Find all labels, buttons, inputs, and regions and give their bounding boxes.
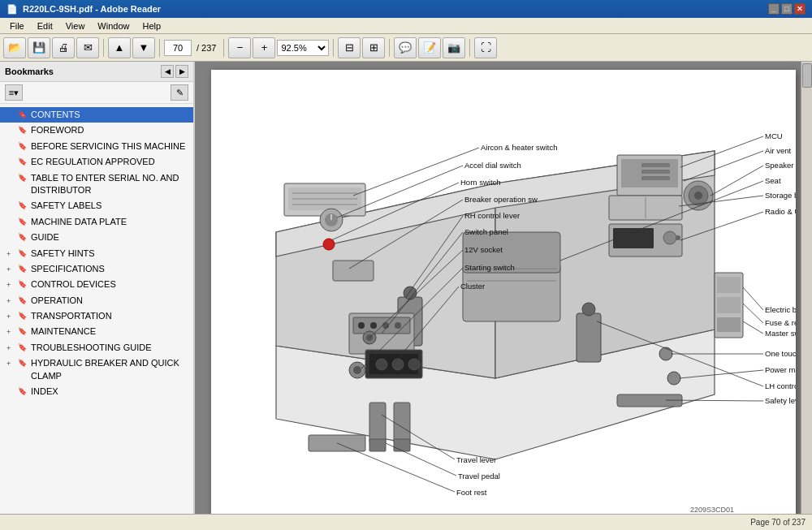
tree-expand-safety-hints: +: [6, 248, 18, 260]
sidebar-item-label-control-devices: CONTROL DEVICES: [29, 278, 190, 291]
svg-point-63: [323, 239, 335, 250]
sidebar-item-label-hydraulic: HYDRAULIC BREAKER AND QUICK CLAMP: [29, 357, 190, 382]
toolbar: 📂 💾 🖨 ✉ ▲ ▼ / 237 − + 92.5% 75% 100% 125…: [0, 34, 812, 62]
sidebar-item-safety-labels[interactable]: 🔖SAFETY LABELS: [0, 198, 193, 213]
sidebar-item-contents[interactable]: 🔖CONTENTS: [0, 107, 193, 123]
sidebar-item-safety-hints[interactable]: +🔖SAFETY HINTS: [0, 246, 193, 261]
sidebar-item-guide[interactable]: 🔖GUIDE: [0, 230, 193, 245]
sidebar-item-label-troubleshooting: TROUBLESHOOTING GUIDE: [29, 342, 190, 354]
svg-text:Safety lever: Safety lever: [765, 396, 796, 405]
scrollbar-v[interactable]: [801, 62, 812, 514]
menu-edit[interactable]: Edit: [31, 19, 59, 32]
fit-width-button[interactable]: ⊞: [362, 37, 385, 58]
sidebar-content[interactable]: 🔖CONTENTS🔖FOREWORD🔖BEFORE SERVICING THIS…: [0, 104, 193, 514]
bookmark-icon: 🔖: [18, 325, 29, 337]
sidebar-new-btn[interactable]: ✎: [171, 84, 188, 101]
svg-point-18: [395, 322, 401, 329]
bookmark-icon: 🔖: [18, 263, 29, 274]
svg-point-22: [392, 359, 404, 370]
menu-file[interactable]: File: [3, 19, 31, 32]
sidebar-item-foreword[interactable]: 🔖FOREWORD: [0, 123, 193, 138]
sidebar-item-index[interactable]: 🔖INDEX: [0, 384, 193, 399]
bookmark-icon: 🔖: [18, 156, 29, 167]
save-button[interactable]: 💾: [28, 37, 50, 58]
bookmark-icon: 🔖: [18, 357, 29, 368]
tree-expand-machine-data: [6, 216, 18, 218]
sidebar-item-label-safety-labels: SAFETY LABELS: [29, 200, 190, 212]
sidebar-item-control-devices[interactable]: +🔖CONTROL DEVICES: [0, 277, 193, 292]
svg-rect-27: [641, 170, 670, 174]
sidebar-item-operation[interactable]: +🔖OPERATION: [0, 293, 193, 308]
app-icon: 📄: [6, 4, 18, 15]
status-bar: Page 70 of 237: [0, 514, 812, 530]
svg-rect-44: [369, 439, 386, 451]
sidebar-item-label-guide: GUIDE: [29, 231, 190, 243]
menu-window[interactable]: Window: [91, 19, 136, 32]
menu-help[interactable]: Help: [136, 19, 167, 32]
sidebar: Bookmarks ◀ ▶ ≡▾ ✎ 🔖CONTENTS🔖FOREWORD🔖BE…: [0, 62, 195, 514]
print-button[interactable]: 🖨: [52, 37, 75, 58]
sidebar-item-machine-data[interactable]: 🔖MACHINE DATA PLATE: [0, 214, 193, 230]
fullscreen-button[interactable]: ⛶: [474, 37, 497, 58]
minimize-button[interactable]: _: [768, 3, 780, 15]
sidebar-item-label-specifications: SPECIFICATIONS: [29, 263, 190, 275]
prev-page-button[interactable]: ▲: [108, 37, 131, 58]
zoom-out-button[interactable]: −: [228, 37, 251, 58]
next-page-button[interactable]: ▼: [132, 37, 155, 58]
maximize-button[interactable]: □: [781, 3, 793, 15]
svg-rect-58: [617, 394, 682, 407]
sidebar-header: Bookmarks ◀ ▶: [0, 62, 193, 82]
sidebar-item-before-servicing[interactable]: 🔖BEFORE SERVICING THIS MACHINE: [0, 139, 193, 154]
svg-point-55: [353, 366, 361, 374]
sidebar-item-specifications[interactable]: +🔖SPECIFICATIONS: [0, 261, 193, 277]
svg-point-21: [376, 359, 387, 370]
svg-text:One touch decel switch: One touch decel switch: [765, 349, 796, 358]
open-button[interactable]: 📂: [3, 37, 26, 58]
zoom-in-button[interactable]: +: [253, 37, 275, 58]
sidebar-item-transportation[interactable]: +🔖TRANSPORTATION: [0, 308, 193, 324]
page-input[interactable]: [164, 40, 192, 56]
svg-text:Master switch: Master switch: [765, 329, 796, 338]
markup-button[interactable]: 📝: [418, 37, 441, 58]
tree-expand-specifications: +: [6, 263, 18, 275]
bookmark-icon: 🔖: [18, 109, 29, 120]
svg-text:Travel pedal: Travel pedal: [458, 472, 500, 480]
svg-rect-37: [717, 297, 741, 313]
tree-expand-troubleshooting: +: [6, 342, 18, 354]
sidebar-item-label-operation: OPERATION: [29, 295, 190, 307]
sidebar-item-maintenance[interactable]: +🔖MAINTENANCE: [0, 324, 193, 339]
sidebar-expand-btn[interactable]: ▶: [175, 65, 188, 78]
sidebar-item-label-machine-data: MACHINE DATA PLATE: [29, 216, 190, 228]
svg-text:12V socket: 12V socket: [464, 245, 503, 254]
email-button[interactable]: ✉: [76, 37, 99, 58]
tree-expand-foreword: [6, 124, 18, 126]
tree-expand-guide: [6, 231, 18, 233]
tree-expand-index: [6, 386, 18, 387]
comment-button[interactable]: 💬: [394, 37, 417, 58]
menu-bar: File Edit View Window Help: [0, 18, 812, 34]
sidebar-item-hydraulic[interactable]: +🔖HYDRAULIC BREAKER AND QUICK CLAMP: [0, 355, 193, 384]
svg-text:Horn switch: Horn switch: [460, 178, 501, 187]
sidebar-item-troubleshooting[interactable]: +🔖TROUBLESHOOTING GUIDE: [0, 340, 193, 355]
svg-text:Aircon & heater switch: Aircon & heater switch: [481, 143, 558, 152]
title-bar: 📄 R220LC-9SH.pdf - Adobe Reader _ □ ✕: [0, 0, 812, 18]
sidebar-item-label-foreword: FOREWORD: [29, 124, 190, 136]
snapshot-button[interactable]: 📷: [443, 37, 465, 58]
bookmark-icon: 🔖: [18, 295, 29, 306]
svg-rect-43: [394, 403, 410, 443]
fit-page-button[interactable]: ⊟: [338, 37, 361, 58]
svg-point-10: [404, 287, 417, 299]
sidebar-item-table-serial[interactable]: 🔖TABLE TO ENTER SERIAL NO. AND DISTRIBUT…: [0, 170, 193, 199]
sep1: [103, 39, 104, 57]
sidebar-collapse-btn[interactable]: ◀: [161, 65, 174, 78]
svg-text:Seat: Seat: [765, 176, 781, 185]
sidebar-options-btn[interactable]: ≡▾: [5, 84, 23, 101]
svg-text:Air vent: Air vent: [765, 146, 792, 155]
close-button[interactable]: ✕: [794, 3, 806, 15]
tree-expand-ec-regulation: [6, 156, 18, 157]
sidebar-item-label-safety-hints: SAFETY HINTS: [29, 248, 190, 260]
menu-view[interactable]: View: [59, 19, 92, 32]
tree-expand-control-devices: +: [6, 278, 18, 291]
sidebar-item-ec-regulation[interactable]: 🔖EC REGULATION APPROVED: [0, 154, 193, 170]
zoom-select[interactable]: 92.5% 75% 100% 125% 150%: [277, 40, 329, 56]
